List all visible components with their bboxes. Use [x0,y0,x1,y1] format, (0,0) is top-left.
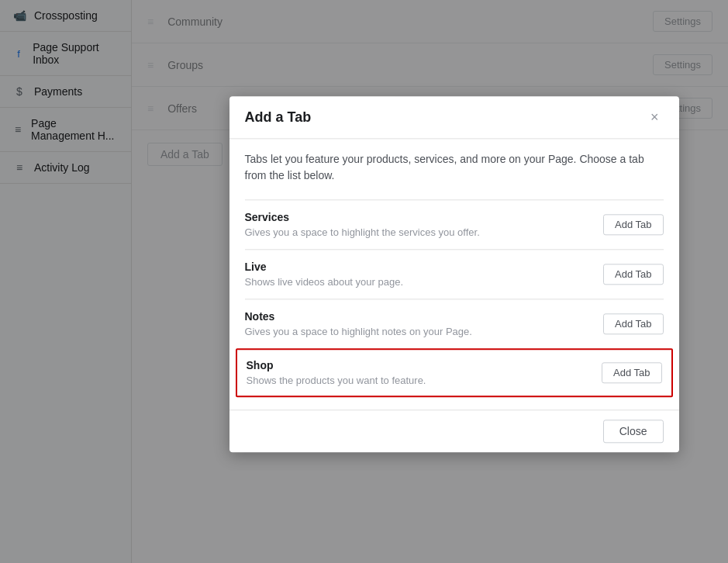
modal-close-button[interactable]: × [646,109,664,126]
tab-shop-name: Shop [247,359,426,371]
tab-item-live: Live Shows live videos about your page. … [245,249,664,299]
modal-close-footer-button[interactable]: Close [603,420,664,443]
modal-header: Add a Tab × [229,96,679,139]
add-tab-modal: Add a Tab × Tabs let you feature your pr… [229,96,679,452]
add-tab-live-button[interactable]: Add Tab [603,264,663,285]
tab-item-info-notes: Notes Gives you a space to highlight not… [245,310,472,337]
add-tab-notes-button[interactable]: Add Tab [603,313,663,334]
tab-item-info-services: Services Gives you a space to highlight … [245,211,480,238]
tab-item-notes: Notes Gives you a space to highlight not… [245,299,664,348]
tab-item-info-shop: Shop Shows the products you want to feat… [247,359,426,386]
tab-item-shop: Shop Shows the products you want to feat… [236,348,673,397]
tab-notes-desc: Gives you a space to highlight notes on … [245,326,472,337]
modal-description: Tabs let you feature your products, serv… [245,151,664,184]
tab-shop-desc: Shows the products you want to feature. [247,375,426,386]
tab-notes-name: Notes [245,310,472,323]
add-tab-shop-button[interactable]: Add Tab [602,362,661,383]
tab-services-desc: Gives you a space to highlight the servi… [245,226,480,238]
tab-live-name: Live [245,261,404,273]
add-tab-services-button[interactable]: Add Tab [603,214,663,235]
tab-live-desc: Shows live videos about your page. [245,276,404,288]
tab-item-services: Services Gives you a space to highlight … [245,199,664,249]
modal-title: Add a Tab [245,109,312,126]
modal-body: Tabs let you feature your products, serv… [229,139,679,409]
tab-item-info-live: Live Shows live videos about your page. [245,261,404,288]
modal-footer: Close [229,409,679,452]
tab-services-name: Services [245,211,480,223]
